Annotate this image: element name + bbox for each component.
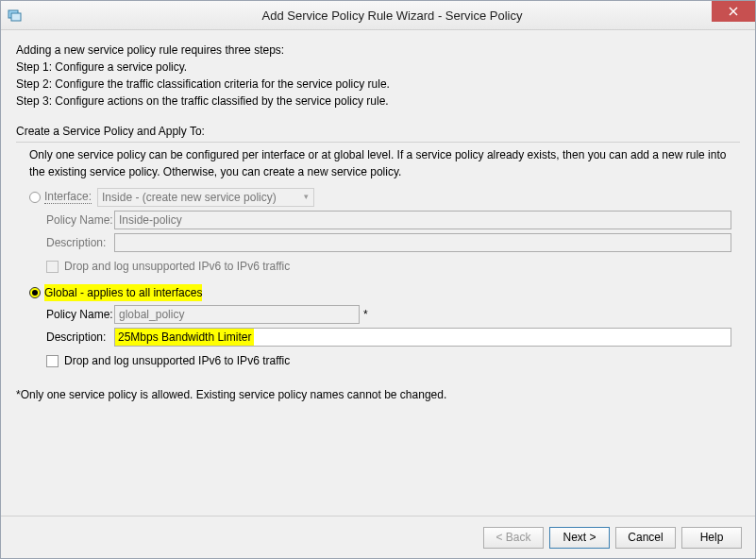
apply-to-label: Create a Service Policy and Apply To: <box>16 123 740 140</box>
interface-radio-label: Interface: <box>44 191 92 204</box>
interface-drop-checkbox <box>46 261 59 273</box>
global-description-label: Description: <box>46 329 114 346</box>
help-button[interactable]: Help <box>681 527 742 549</box>
global-description-input[interactable] <box>114 328 731 347</box>
intro-heading: Adding a new service policy rule require… <box>16 42 740 59</box>
cancel-button[interactable]: Cancel <box>615 527 676 549</box>
titlebar: Add Service Policy Rule Wizard - Service… <box>1 1 755 30</box>
chevron-down-icon: ▾ <box>298 191 313 204</box>
global-drop-label: Drop and log unsupported IPv6 to IPv6 tr… <box>64 352 290 369</box>
window-title: Add Service Policy Rule Wizard - Service… <box>29 8 755 23</box>
interface-description-input <box>114 233 731 252</box>
back-button: < Back <box>483 527 544 549</box>
close-icon <box>729 7 738 16</box>
interface-combo: Inside - (create new service policy) ▾ <box>97 188 314 207</box>
interface-drop-label: Drop and log unsupported IPv6 to IPv6 tr… <box>64 258 290 275</box>
intro-step2: Step 2: Configure the traffic classifica… <box>16 76 740 93</box>
interface-policy-name-input <box>114 211 731 229</box>
required-asterisk: * <box>363 306 368 323</box>
app-icon <box>1 8 29 23</box>
svg-rect-1 <box>11 13 21 21</box>
intro-step1: Step 1: Configure a service policy. <box>16 59 740 76</box>
interface-radio[interactable] <box>29 192 41 203</box>
global-radio[interactable] <box>29 287 41 298</box>
global-radio-label: Global - applies to all interfaces <box>44 284 202 301</box>
button-bar: < Back Next > Cancel Help <box>1 516 755 558</box>
intro-step3: Step 3: Configure actions on the traffic… <box>16 93 740 110</box>
interface-description-label: Description: <box>46 234 114 251</box>
wizard-body: Adding a new service policy rule require… <box>1 30 755 516</box>
intro-block: Adding a new service policy rule require… <box>16 42 740 110</box>
wizard-window: Add Service Policy Rule Wizard - Service… <box>0 0 756 559</box>
section-separator <box>16 142 740 143</box>
next-button[interactable]: Next > <box>549 527 610 549</box>
interface-combo-value: Inside - (create new service policy) <box>98 189 298 206</box>
global-policy-name-label: Policy Name: <box>46 306 114 323</box>
interface-group: Interface: Inside - (create new service … <box>29 188 740 275</box>
global-drop-checkbox[interactable] <box>46 355 59 367</box>
close-button[interactable] <box>712 1 755 22</box>
global-group: Global - applies to all interfaces Polic… <box>29 284 740 369</box>
apply-to-note: Only one service policy can be configure… <box>29 146 740 180</box>
interface-policy-name-label: Policy Name: <box>46 212 114 229</box>
global-policy-name-input <box>114 305 360 324</box>
footnote: *Only one service policy is allowed. Exi… <box>16 386 740 403</box>
